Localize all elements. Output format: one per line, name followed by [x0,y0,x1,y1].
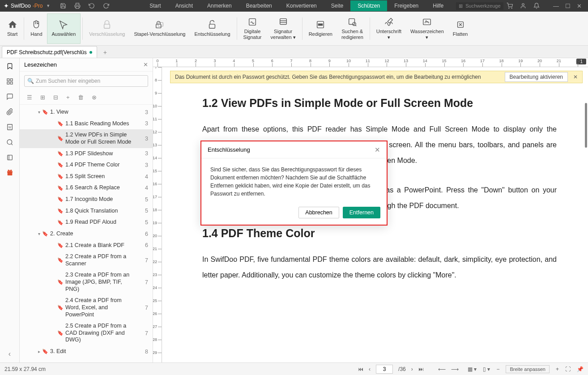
fullscreen-icon[interactable]: ⛶ [565,366,571,372]
bookmark-node[interactable]: 🔖1.3 PDF Slideshow3 [20,148,153,160]
minimize-icon[interactable]: — [553,3,559,9]
tab-modified-dot [89,51,92,54]
bm-add-icon[interactable]: + [66,94,70,101]
nav-forward-icon[interactable]: ⟶ [451,366,459,372]
panel-title: Lesezeichen [24,61,57,68]
tool-decrypt[interactable]: Entschlüsselung [190,13,234,44]
bookmark-node[interactable]: 🔖2.1 Create a Blank PDF6 [20,240,153,251]
bookmark-node[interactable]: ▾🔖1. View3 [20,107,153,118]
nav-prev-icon[interactable]: ‹ [369,366,371,372]
bookmark-node[interactable]: 🔖2.3 Create a PDF from an Image (JPG, BM… [20,269,153,295]
bookmark-node[interactable]: 🔖2.4 Create a PDF from Word, Excel, and … [20,295,153,320]
tool-manage-sig[interactable]: Signatur verwalten ▾ [266,13,300,44]
pin-icon[interactable]: 📌 [577,366,584,372]
svg-rect-4 [104,25,110,29]
zoom-dropdown[interactable]: Breite anpassen [506,365,550,373]
bookmark-node[interactable]: 🔖2.2 Create a PDF from a Scanner7 [20,251,153,269]
cart-icon[interactable] [507,3,513,9]
nav-last-icon[interactable]: ⏭ [418,366,424,372]
bm-delete-icon[interactable]: 🗑 [78,94,84,101]
thumbnails-icon[interactable] [6,78,13,85]
dialog-title: Entschlüsselung [208,146,250,153]
bookmark-node[interactable]: ▾🔖2. Create6 [20,228,153,240]
maximize-icon[interactable]: ☐ [565,3,571,9]
bookmark-node[interactable]: 🔖1.8 Quick Translation5 [20,205,153,217]
brand-dropdown-icon[interactable]: ▼ [46,4,50,8]
tool-search-redact[interactable]: Suchen & redigieren [337,13,368,44]
menu-hilfe[interactable]: Hilfe [426,0,451,11]
attachments-icon[interactable] [6,108,13,115]
menu-ansicht[interactable]: Ansicht [168,0,200,11]
nav-next-icon[interactable]: › [411,366,413,372]
dialog-close-icon[interactable]: ✕ [375,146,380,154]
menu-freigeben[interactable]: Freigeben [387,0,426,11]
tool-select[interactable]: Auswählen [47,13,81,44]
nav-back-icon[interactable]: ⟵ [438,366,446,372]
page-layout-icon[interactable]: ▯ ▾ [483,366,490,372]
nav-first-icon[interactable]: ⏮ [358,366,363,372]
title-bar: ✦ SwifDoo-Pro ▼ Start Ansicht Anmerken B… [0,0,588,12]
tool-encrypt: Verschlüsselung [85,13,129,44]
panel-close-icon[interactable]: ✕ [143,61,148,68]
bm-remove-icon[interactable]: ⊗ [92,94,97,101]
menu-start[interactable]: Start [142,0,168,11]
dialog-ok-button[interactable]: Entfernen [343,207,380,218]
collapse-rail-icon[interactable]: ‹ [9,350,11,358]
tool-batch-encrypt[interactable]: Stapel-Verschlüsselung [129,13,190,44]
print-icon[interactable] [74,3,81,9]
word-icon[interactable]: W [6,124,13,131]
gift-icon[interactable] [6,169,13,176]
tool-signature[interactable]: Unterschrift ▾ [372,13,406,44]
save-icon[interactable] [60,3,66,9]
bookmark-icon[interactable] [6,63,13,70]
view-mode-icon[interactable]: ▦ ▾ [468,366,477,372]
menu-anmerken[interactable]: Anmerken [200,0,239,11]
search-icon[interactable] [6,139,13,146]
comments-icon[interactable] [6,93,13,100]
scrollbar-thumb[interactable] [585,103,587,148]
tool-redact[interactable]: Redigieren [304,13,337,44]
zoom-out-icon[interactable]: − [496,366,499,372]
bookmark-node[interactable]: 🔖1.7 Incognito Mode5 [20,194,153,205]
bookmark-node[interactable]: 🔖1.9 Read PDF Aloud5 [20,217,153,228]
tool-start[interactable]: Start [3,13,22,44]
bookmark-search[interactable]: 🔍 Zum Suchen hier eingeben [24,75,148,87]
svg-point-3 [522,4,524,6]
bookmark-node[interactable]: 🔖2.5 Create a PDF from a CAD Drawing (DX… [20,320,153,346]
bookmark-node[interactable]: 🔖1.1 Basic Reading Modes3 [20,118,153,130]
zoom-in-icon[interactable]: + [556,366,559,372]
tool-digital-sig[interactable]: Digitale Signatur [239,13,266,44]
layers-icon[interactable] [6,154,13,161]
svg-rect-8 [249,19,256,26]
menu-seite[interactable]: Seite [324,0,350,11]
digital-sig-icon [247,17,257,27]
tool-hand[interactable]: Hand [26,13,47,44]
bm-collapse-icon[interactable]: ⊟ [53,94,58,101]
add-tab-icon[interactable]: + [102,47,109,58]
bookmark-node[interactable]: 🔖1.6 Search & Replace4 [20,182,153,194]
undo-icon[interactable] [89,3,95,9]
menu-konvertieren[interactable]: Konvertieren [279,0,324,11]
document-tab[interactable]: PDF Schreibschutz.pdf(Verschlüs [2,46,97,58]
dialog-cancel-button[interactable]: Abbrechen [298,207,339,218]
tool-watermark[interactable]: Wasserzeichen ▾ [406,13,448,44]
search-tools[interactable]: ⊞ Suchwerkzeuge [456,2,503,10]
bm-expand-icon[interactable]: ⊞ [40,94,45,101]
menu-bearbeiten[interactable]: Bearbeiten [239,0,279,11]
decrypt-dialog: Entschlüsselung ✕ Sind Sie sicher, dass … [200,141,388,226]
page-input[interactable] [376,365,393,374]
bookmark-node[interactable]: 🔖1.5 Split Screen4 [20,171,153,183]
tool-flatten[interactable]: Flatten [448,13,473,44]
menu-schuetzen[interactable]: Schützen [350,0,387,11]
user-icon[interactable] [520,3,526,9]
redo-icon[interactable] [103,3,109,9]
bookmark-node[interactable]: 🔖1.2 View PDFs in Simple Mode or Full Sc… [20,129,153,148]
bm-menu-icon[interactable]: ☰ [27,94,32,101]
bell-icon[interactable] [533,3,540,9]
bookmark-node[interactable]: ▸🔖3. Edit8 [20,346,153,358]
close-window-icon[interactable]: ✕ [577,3,582,9]
bookmark-node[interactable]: 🔖1.4 PDF Theme Color3 [20,159,153,171]
banner-close-icon[interactable]: ✕ [573,74,578,80]
banner-activate-button[interactable]: Bearbeitung aktivieren [505,72,568,82]
svg-rect-21 [7,82,9,84]
